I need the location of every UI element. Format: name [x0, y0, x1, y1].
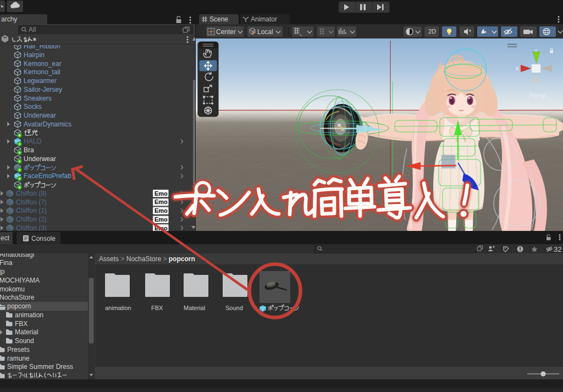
svg-text:32: 32 [554, 245, 561, 253]
svg-text:Emo: Emo [154, 198, 168, 205]
svg-text:Center: Center [216, 28, 236, 36]
svg-text:Emo: Emo [154, 216, 168, 223]
svg-text:Persp: Persp [529, 92, 547, 100]
svg-text:Local: Local [257, 28, 273, 36]
svg-text:x: x [516, 65, 518, 71]
svg-text:Emo: Emo [154, 207, 168, 214]
svg-text:Emo: Emo [154, 190, 168, 197]
svg-text:Emo: Emo [154, 225, 168, 231]
